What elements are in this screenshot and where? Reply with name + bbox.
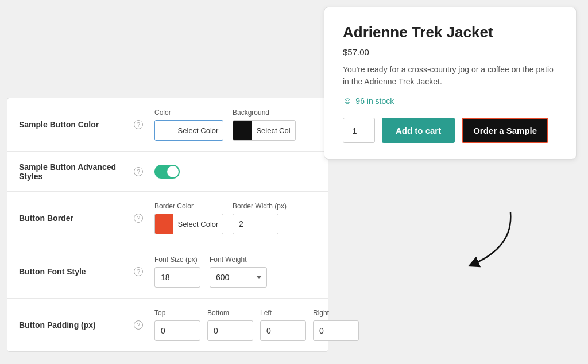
sample-button-color-row: Sample Button Color ? Color Select Color… xyxy=(7,98,328,152)
padding-left-input[interactable] xyxy=(260,320,306,341)
add-to-cart-button[interactable]: Add to cart xyxy=(382,118,455,143)
help-icon-border[interactable]: ? xyxy=(134,214,143,223)
help-icon-font[interactable]: ? xyxy=(134,267,143,276)
padding-bottom-group: Bottom xyxy=(207,309,253,341)
font-size-input[interactable] xyxy=(154,267,200,288)
help-icon-advanced[interactable]: ? xyxy=(134,167,143,176)
sample-button-advanced-label: Sample Button Advanced Styles xyxy=(19,162,134,181)
padding-right-input[interactable] xyxy=(313,320,359,341)
font-weight-group: Font Weight 400 500 600 700 800 xyxy=(210,255,267,288)
font-weight-select[interactable]: 400 500 600 700 800 xyxy=(210,267,267,288)
font-size-group: Font Size (px) xyxy=(154,255,200,288)
font-size-label: Font Size (px) xyxy=(154,255,200,264)
product-price: $57.00 xyxy=(343,47,558,57)
border-color-group: Border Color Select Color xyxy=(154,202,223,234)
padding-left-label: Left xyxy=(260,309,306,317)
border-width-input[interactable] xyxy=(233,214,278,234)
color-btn-text: Select Color xyxy=(173,126,223,135)
button-font-style-label: Button Font Style xyxy=(19,267,134,276)
border-color-swatch xyxy=(155,214,173,234)
stock-icon: ☺ xyxy=(343,96,352,106)
padding-bottom-label: Bottom xyxy=(207,309,253,317)
background-label: Background xyxy=(233,109,296,117)
product-description: You're ready for a cross-country jog or … xyxy=(343,64,558,88)
sample-button-advanced-row: Sample Button Advanced Styles ? xyxy=(7,152,328,192)
sample-button-color-label: Sample Button Color xyxy=(19,120,134,129)
color-swatch xyxy=(155,121,173,140)
font-weight-label: Font Weight xyxy=(210,255,267,264)
color-label: Color xyxy=(154,109,223,117)
color-control-group: Color Select Color xyxy=(154,109,223,141)
padding-left-group: Left xyxy=(260,309,306,341)
button-font-style-row: Button Font Style ? Font Size (px) Font … xyxy=(7,245,328,299)
button-padding-row: Button Padding (px) ? Top Bottom Left Ri… xyxy=(7,299,328,351)
border-color-label: Border Color xyxy=(154,202,223,210)
border-color-btn-text: Select Color xyxy=(173,220,223,229)
advanced-styles-toggle[interactable] xyxy=(154,165,180,179)
arrow-indicator xyxy=(462,207,519,276)
button-padding-label: Button Padding (px) xyxy=(19,320,134,330)
advanced-controls xyxy=(154,165,316,179)
order-sample-button[interactable]: Order a Sample xyxy=(462,118,548,143)
padding-top-group: Top xyxy=(154,309,200,341)
help-icon-sample-color[interactable]: ? xyxy=(134,120,143,129)
product-title: Adrienne Trek Jacket xyxy=(343,24,558,41)
product-actions: Add to cart Order a Sample xyxy=(343,118,558,143)
button-border-label: Button Border xyxy=(19,214,134,223)
background-btn-text: Select Col xyxy=(252,126,295,135)
quantity-input[interactable] xyxy=(343,118,375,143)
padding-controls: Top Bottom Left Right xyxy=(154,309,359,341)
settings-panel: Sample Button Color ? Color Select Color… xyxy=(7,98,328,352)
padding-top-input[interactable] xyxy=(154,320,200,341)
background-swatch xyxy=(233,121,252,140)
background-select-button[interactable]: Select Col xyxy=(233,120,296,141)
border-width-label: Border Width (px) xyxy=(233,202,287,210)
border-color-button[interactable]: Select Color xyxy=(154,214,223,234)
color-select-button[interactable]: Select Color xyxy=(154,120,223,141)
padding-top-label: Top xyxy=(154,309,200,317)
sample-button-color-controls: Color Select Color Background Select Col xyxy=(154,109,316,141)
stock-text: 96 in stock xyxy=(355,96,394,106)
background-control-group: Background Select Col xyxy=(233,109,296,141)
button-border-row: Button Border ? Border Color Select Colo… xyxy=(7,192,328,245)
padding-right-group: Right xyxy=(313,309,359,341)
border-width-group: Border Width (px) xyxy=(233,202,287,234)
border-controls: Border Color Select Color Border Width (… xyxy=(154,202,316,234)
stock-info: ☺ 96 in stock xyxy=(343,96,558,106)
padding-right-label: Right xyxy=(313,309,359,317)
padding-bottom-input[interactable] xyxy=(207,320,253,341)
product-preview-card: Adrienne Trek Jacket $57.00 You're ready… xyxy=(324,7,577,160)
font-controls: Font Size (px) Font Weight 400 500 600 7… xyxy=(154,255,316,288)
help-icon-padding[interactable]: ? xyxy=(134,320,143,330)
